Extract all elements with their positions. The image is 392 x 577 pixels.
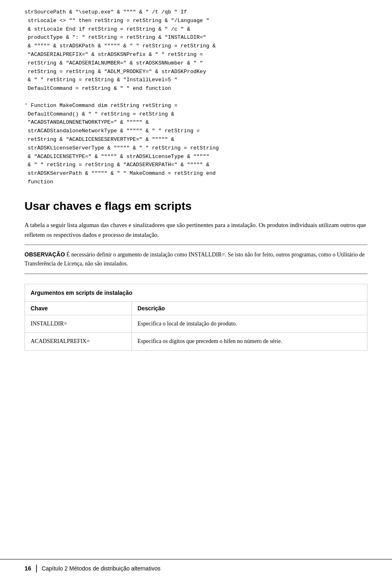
table-row: INSTALLDIR=Especifica o local de instala…	[25, 315, 368, 332]
table-cell-key: ACADSERIALPREFIX=	[25, 333, 132, 350]
col-header-desc: Descrição	[131, 301, 367, 315]
table-row: ACADSERIALPREFIX=Especifica os dígitos q…	[25, 333, 368, 350]
footer-chapter-title: Capítulo 2 Métodos de distribuição alter…	[42, 565, 160, 572]
footer-page-number: 16	[24, 565, 31, 572]
note-box: OBSERVAÇÃO É necessário definir o argume…	[24, 245, 368, 274]
footer-separator: |	[36, 564, 38, 573]
intro-text: A tabela a seguir lista algumas das chav…	[24, 220, 368, 240]
table-cell-desc: Especifica o local de instalação do prod…	[131, 315, 367, 332]
section-heading: Usar chaves e flags em scripts	[24, 200, 368, 213]
col-header-key: Chave	[25, 301, 132, 315]
note-label: OBSERVAÇÃO	[24, 251, 65, 258]
note-text: É necessário definir o argumento de inst…	[24, 252, 365, 267]
arguments-table: Argumentos em scripts de instalação Chav…	[24, 284, 368, 351]
table-cell-desc: Especifica os dígitos que precedem o híf…	[131, 333, 367, 350]
code-block: strSourcePath & "\setup.exe" & """" & " …	[24, 8, 368, 187]
table-cell-key: INSTALLDIR=	[25, 315, 132, 332]
table-caption: Argumentos em scripts de instalação	[25, 284, 368, 301]
footer: 16 | Capítulo 2 Métodos de distribuição …	[0, 559, 392, 577]
